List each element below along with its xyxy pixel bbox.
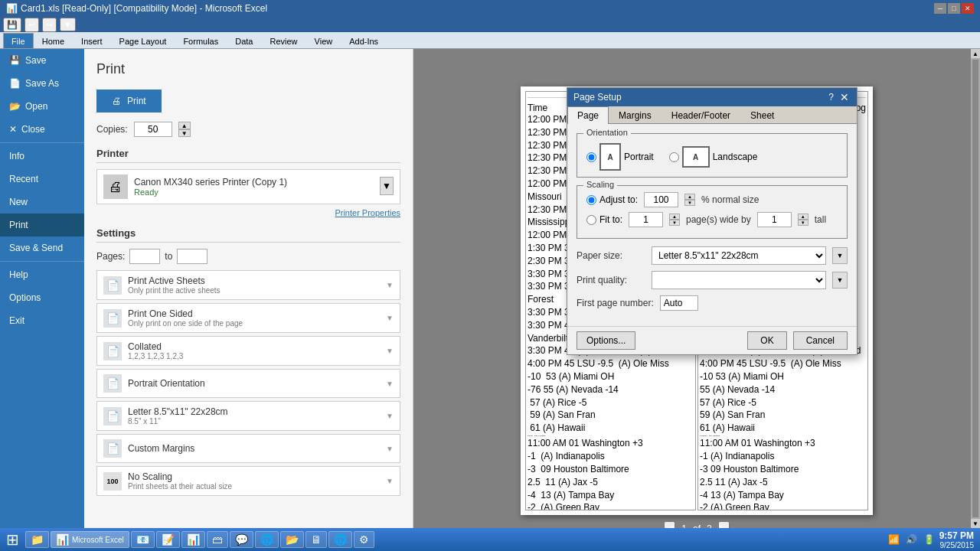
adjust-to-row: Adjust to: ▲ ▼ % normal size — [586, 192, 838, 207]
app-icon: ⚙ — [359, 533, 369, 546]
dialog-ok-cancel: OK Cancel — [747, 331, 848, 350]
printer-properties-link[interactable]: Printer Properties — [335, 208, 400, 217]
dialog-tab-header-footer[interactable]: Header/Footer — [662, 106, 740, 124]
dialog-close-button[interactable]: ✕ — [838, 91, 851, 103]
adjust-up-button[interactable]: ▲ — [684, 194, 695, 200]
copies-down-button[interactable]: ▼ — [178, 129, 191, 137]
title-bar-left: 📊 Card1.xls [Read-Only] [Compatibility M… — [6, 3, 267, 14]
printer-section-header: Printer — [96, 148, 400, 163]
taskbar-excel[interactable]: 📊 Microsoft Excel — [51, 531, 129, 548]
sidebar-item-options[interactable]: Options — [0, 286, 84, 309]
sidebar-item-save-as[interactable]: 📄 Save As — [0, 72, 84, 95]
landscape-radio[interactable] — [669, 152, 679, 162]
sidebar-item-save[interactable]: 💾 Save — [0, 49, 84, 72]
tab-file[interactable]: File — [3, 33, 34, 48]
ok-button[interactable]: OK — [747, 331, 786, 350]
pages-from-input[interactable] — [129, 249, 160, 264]
sidebar-item-open[interactable]: 📂 Open — [0, 95, 84, 118]
setting-one-sided[interactable]: 📄 Print One Sided Only print on one side… — [96, 303, 400, 333]
customize-quick-button[interactable]: ▼ — [60, 18, 76, 31]
tab-addins[interactable]: Add-Ins — [341, 33, 387, 48]
tab-data[interactable]: Data — [227, 33, 261, 48]
tab-page-layout[interactable]: Page Layout — [111, 33, 175, 48]
sidebar-item-exit[interactable]: Exit — [0, 309, 84, 332]
fit-to-pages-input[interactable] — [629, 212, 663, 227]
taskbar-explorer[interactable]: 📁 — [25, 531, 49, 548]
dialog-tab-page[interactable]: Page — [567, 106, 609, 124]
redo-quick-button[interactable]: ↪ — [42, 18, 57, 32]
taskbar-powerpoint[interactable]: 📊 — [181, 531, 205, 548]
print-quality-row: Print quality: ▼ — [577, 271, 848, 289]
paper-size-select[interactable]: Letter 8.5"x11" 22x28cm — [652, 246, 826, 265]
adjust-down-button[interactable]: ▼ — [684, 200, 695, 206]
tab-view[interactable]: View — [306, 33, 341, 48]
fit-to-radio[interactable] — [586, 215, 596, 225]
sidebar-item-recent[interactable]: Recent — [0, 168, 84, 191]
sidebar-item-save-send[interactable]: Save & Send — [0, 236, 84, 259]
portrait-radio[interactable] — [586, 152, 596, 162]
setting-orientation[interactable]: 📄 Portrait Orientation ▼ — [96, 369, 400, 398]
fit-to-row: Fit to: ▲ ▼ page(s) wide by ▲ ▼ — [586, 212, 838, 227]
sidebar-item-help[interactable]: Help — [0, 263, 84, 286]
taskbar-vnc[interactable]: 🖥 — [305, 531, 327, 548]
copies-input[interactable] — [134, 122, 172, 137]
setting-paper-size[interactable]: 📄 Letter 8.5"x11" 22x28cm 8.5" x 11" ▼ — [96, 401, 400, 431]
print-quality-select[interactable] — [652, 271, 826, 289]
fit-to-option[interactable]: Fit to: — [586, 214, 622, 225]
taskbar-word[interactable]: 📝 — [156, 531, 180, 548]
setting-collated[interactable]: 📄 Collated 1,2,3 1,2,3 1,2,3 ▼ — [96, 336, 400, 366]
adjust-to-option[interactable]: Adjust to: — [586, 194, 638, 205]
taskbar-filezilla[interactable]: 📂 — [280, 531, 304, 548]
close-button[interactable]: ✕ — [962, 3, 974, 14]
taskbar-app[interactable]: ⚙ — [354, 531, 374, 548]
title-bar: 📊 Card1.xls [Read-Only] [Compatibility M… — [0, 0, 980, 17]
adjust-to-input[interactable] — [644, 192, 678, 207]
adjust-to-radio[interactable] — [586, 195, 596, 205]
tab-formulas[interactable]: Formulas — [175, 33, 227, 48]
dialog-tab-sheet[interactable]: Sheet — [740, 106, 784, 124]
sidebar-item-print[interactable]: Print — [0, 214, 84, 236]
fit-pages-down-button[interactable]: ▼ — [669, 220, 680, 226]
paper-size-dropdown-btn[interactable]: ▼ — [832, 247, 848, 264]
portrait-option[interactable]: A Portrait — [586, 143, 654, 171]
fit-tall-up-button[interactable]: ▲ — [798, 214, 808, 220]
scaling-group: Scaling Adjust to: ▲ ▼ % normal s — [577, 185, 848, 239]
sidebar-item-close[interactable]: ✕ Close — [0, 118, 84, 141]
first-page-input[interactable] — [660, 295, 698, 311]
minimize-button[interactable]: ─ — [934, 3, 946, 14]
tab-home[interactable]: Home — [34, 33, 73, 48]
maximize-button[interactable]: □ — [948, 3, 960, 14]
cancel-button[interactable]: Cancel — [793, 331, 848, 350]
copies-up-button[interactable]: ▲ — [178, 122, 191, 129]
setting-scaling[interactable]: 100 No Scaling Print sheets at their act… — [96, 466, 400, 496]
print-quality-dropdown-btn[interactable]: ▼ — [832, 272, 848, 289]
setting-print-active-sheets[interactable]: 📄 Print Active Sheets Only print the act… — [96, 270, 400, 300]
sidebar-item-new[interactable]: New — [0, 191, 84, 214]
pages-to-input[interactable] — [177, 249, 207, 264]
setting-margins[interactable]: 📄 Custom Margins ▼ — [96, 434, 400, 463]
taskbar-outlook[interactable]: 📧 — [131, 531, 155, 548]
taskbar-skype[interactable]: 💬 — [230, 531, 253, 548]
fit-tall-down-button[interactable]: ▼ — [798, 220, 808, 226]
print-button[interactable]: 🖨 Print — [96, 90, 162, 112]
undo-quick-button[interactable]: ↩ — [24, 18, 39, 32]
tray-clock[interactable]: 9:57 PM 9/25/2015 — [939, 530, 974, 549]
tab-review[interactable]: Review — [261, 33, 305, 48]
vnc-icon: 🖥 — [311, 533, 322, 546]
fit-pages-up-button[interactable]: ▲ — [669, 214, 680, 220]
taskbar-chrome[interactable]: 🌐 — [328, 531, 352, 548]
fit-to-tall-input[interactable] — [757, 212, 792, 227]
taskbar-access[interactable]: 🗃 — [207, 531, 228, 548]
tab-insert[interactable]: Insert — [73, 33, 111, 48]
save-quick-button[interactable]: 💾 — [3, 18, 21, 32]
options-button[interactable]: Options... — [577, 331, 635, 350]
clock-date: 9/25/2015 — [939, 541, 974, 549]
start-button[interactable]: ⊞ — [3, 530, 22, 549]
landscape-option[interactable]: A Landscape — [669, 146, 758, 168]
sidebar-item-info[interactable]: Info — [0, 145, 84, 168]
taskbar-ie[interactable]: 🌐 — [255, 531, 279, 548]
setting-title-2: Print One Sided — [128, 308, 380, 319]
dialog-help-button[interactable]: ? — [827, 91, 835, 103]
printer-dropdown-arrow[interactable]: ▼ — [380, 177, 394, 195]
dialog-tab-margins[interactable]: Margins — [609, 106, 662, 124]
